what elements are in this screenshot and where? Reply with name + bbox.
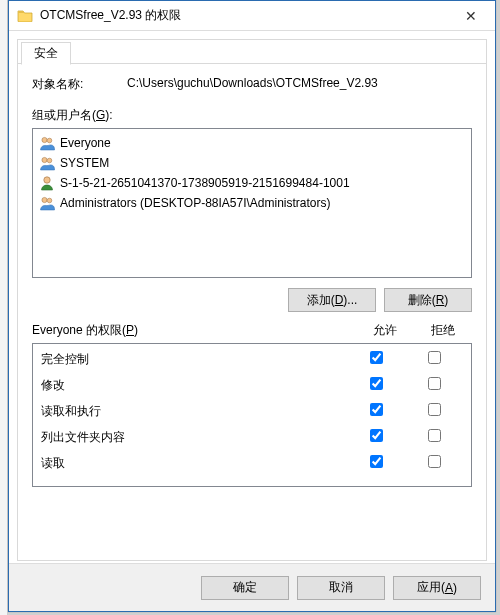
permission-name: 读取和执行: [41, 403, 347, 420]
svg-point-1: [47, 138, 52, 143]
permission-name: 完全控制: [41, 351, 347, 368]
svg-point-2: [42, 157, 47, 162]
allow-checkbox[interactable]: [370, 403, 383, 416]
dialog-footer: 确定 取消 应用(A): [9, 563, 495, 611]
dialog-body: 安全 对象名称: C:\Users\guchu\Downloads\OTCMSf…: [17, 39, 487, 561]
svg-point-6: [47, 198, 52, 203]
cancel-button[interactable]: 取消: [297, 576, 385, 600]
permission-row: 列出文件夹内容: [33, 424, 471, 450]
group-icon: [39, 155, 55, 171]
list-item[interactable]: Administrators (DESKTOP-88IA57I\Administ…: [35, 193, 469, 213]
permission-row: 完全控制: [33, 346, 471, 372]
allow-checkbox[interactable]: [370, 455, 383, 468]
object-name-value: C:\Users\guchu\Downloads\OTCMSfree_V2.93: [127, 76, 472, 93]
tabstrip: 安全: [18, 40, 486, 64]
object-name-row: 对象名称: C:\Users\guchu\Downloads\OTCMSfree…: [32, 76, 472, 93]
tab-content: 对象名称: C:\Users\guchu\Downloads\OTCMSfree…: [18, 64, 486, 497]
apply-button[interactable]: 应用(A): [393, 576, 481, 600]
allow-checkbox[interactable]: [370, 351, 383, 364]
list-item[interactable]: SYSTEM: [35, 153, 469, 173]
user-buttons-row: 添加(D)... 删除(R): [32, 288, 472, 312]
permission-row: 读取: [33, 450, 471, 476]
permissions-listbox[interactable]: 完全控制修改读取和执行列出文件夹内容读取: [32, 343, 472, 487]
group-icon: [39, 135, 55, 151]
allow-column-header: 允许: [356, 322, 414, 339]
tab-security[interactable]: 安全: [21, 42, 71, 65]
close-icon: ✕: [465, 8, 477, 24]
permissions-header: Everyone 的权限(P) 允许 拒绝: [32, 322, 472, 339]
users-listbox[interactable]: EveryoneSYSTEMS-1-5-21-2651041370-173890…: [32, 128, 472, 278]
permission-row: 读取和执行: [33, 398, 471, 424]
folder-icon: [17, 9, 33, 22]
list-item-label: Everyone: [60, 136, 111, 150]
deny-checkbox[interactable]: [428, 351, 441, 364]
svg-point-5: [42, 197, 47, 202]
permission-name: 修改: [41, 377, 347, 394]
ok-button[interactable]: 确定: [201, 576, 289, 600]
permission-name: 读取: [41, 455, 347, 472]
close-button[interactable]: ✕: [448, 1, 493, 30]
window-title: OTCMSfree_V2.93 的权限: [40, 7, 448, 24]
permission-name: 列出文件夹内容: [41, 429, 347, 446]
remove-button[interactable]: 删除(R): [384, 288, 472, 312]
list-item[interactable]: S-1-5-21-2651041370-1738905919-215169948…: [35, 173, 469, 193]
user-icon: [39, 175, 55, 191]
object-name-label: 对象名称:: [32, 76, 127, 93]
tab-security-label: 安全: [34, 45, 58, 62]
deny-checkbox[interactable]: [428, 403, 441, 416]
allow-checkbox[interactable]: [370, 377, 383, 390]
group-icon: [39, 195, 55, 211]
deny-checkbox[interactable]: [428, 429, 441, 442]
permissions-label: Everyone 的权限(P): [32, 322, 356, 339]
list-item[interactable]: Everyone: [35, 133, 469, 153]
deny-checkbox[interactable]: [428, 455, 441, 468]
permission-row: 修改: [33, 372, 471, 398]
groups-label: 组或用户名(G):: [32, 107, 472, 124]
list-item-label: Administrators (DESKTOP-88IA57I\Administ…: [60, 196, 331, 210]
svg-point-0: [42, 137, 47, 142]
deny-column-header: 拒绝: [414, 322, 472, 339]
permissions-dialog: OTCMSfree_V2.93 的权限 ✕ 安全 对象名称: C:\Users\…: [8, 0, 496, 612]
svg-point-3: [47, 158, 52, 163]
svg-point-4: [44, 177, 50, 183]
allow-checkbox[interactable]: [370, 429, 383, 442]
list-item-label: SYSTEM: [60, 156, 109, 170]
titlebar[interactable]: OTCMSfree_V2.93 的权限 ✕: [9, 1, 495, 31]
add-button[interactable]: 添加(D)...: [288, 288, 376, 312]
deny-checkbox[interactable]: [428, 377, 441, 390]
parent-window-edge: [0, 0, 8, 615]
list-item-label: S-1-5-21-2651041370-1738905919-215169948…: [60, 176, 350, 190]
